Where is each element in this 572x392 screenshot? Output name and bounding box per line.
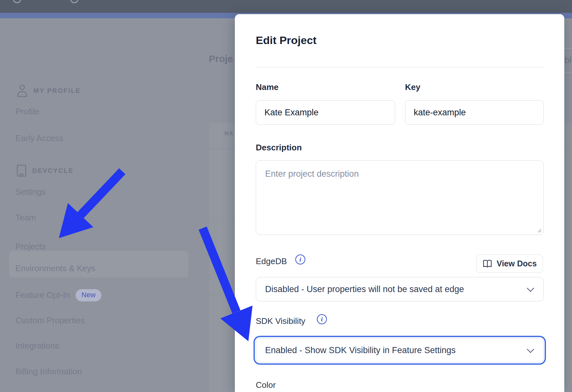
name-input[interactable] bbox=[256, 100, 395, 125]
modal-title: Edit Project bbox=[256, 34, 317, 47]
view-docs-label: View Docs bbox=[497, 259, 537, 268]
key-label: Key bbox=[405, 82, 420, 92]
sdk-visibility-selected-value: Enabled - Show SDK Visibility in Feature… bbox=[265, 345, 456, 355]
sdk-visibility-info-icon[interactable]: i bbox=[317, 314, 327, 324]
sidebar-section-devcycle: DEVCYCLE bbox=[17, 165, 74, 177]
resize-handle-icon[interactable] bbox=[536, 227, 542, 233]
edit-project-modal: Edit Project Name Key Description EdgeDB… bbox=[235, 14, 564, 392]
building-icon bbox=[17, 165, 26, 177]
page-edge-line bbox=[564, 73, 572, 73]
name-label: Name bbox=[256, 82, 279, 92]
new-badge: New bbox=[76, 289, 101, 301]
table-column-header-fragment: NA bbox=[225, 130, 234, 137]
sidebar-item-profile[interactable]: Profile bbox=[15, 107, 39, 117]
sidebar-item-settings[interactable]: Settings bbox=[15, 187, 46, 197]
person-icon bbox=[17, 84, 28, 97]
circle-logo-icon bbox=[13, 0, 21, 3]
edgedb-select[interactable]: Disabled - User properties will not be s… bbox=[256, 277, 544, 301]
color-label: Color bbox=[256, 380, 276, 390]
page-edge-line bbox=[564, 48, 572, 49]
sidebar-item-label: Feature Opt-In bbox=[15, 290, 70, 300]
modal-divider bbox=[256, 67, 544, 68]
view-docs-button[interactable]: View Docs bbox=[476, 254, 543, 273]
sidebar-section-my-profile: MY PROFILE bbox=[17, 84, 81, 97]
edgedb-info-icon[interactable]: i bbox=[295, 254, 305, 264]
edgedb-label: EdgeDB bbox=[256, 256, 287, 266]
sidebar-item-projects[interactable]: Projects bbox=[15, 242, 46, 252]
sidebar-item-feature-opt-in[interactable]: Feature Opt-InNew bbox=[15, 289, 101, 301]
circle-avatar-icon bbox=[70, 0, 78, 3]
info-icon-glyph: i bbox=[321, 316, 323, 323]
sdk-visibility-label: SDK Visibility bbox=[256, 316, 305, 326]
top-navigation-bar bbox=[0, 0, 572, 13]
sidebar-item-billing-information[interactable]: Billing Information bbox=[15, 367, 82, 377]
chevron-down-icon bbox=[528, 285, 534, 291]
sdk-visibility-select[interactable]: Enabled - Show SDK Visibility in Feature… bbox=[256, 338, 544, 362]
description-textarea[interactable] bbox=[256, 160, 544, 235]
page-title-projects-fragment: Proje bbox=[209, 53, 233, 64]
info-icon-glyph: i bbox=[300, 256, 301, 263]
sidebar-item-integrations[interactable]: Integrations bbox=[15, 341, 59, 351]
sidebar-item-environments-keys[interactable]: Environments & Keys bbox=[15, 263, 96, 273]
book-icon bbox=[483, 260, 492, 268]
sidebar-item-custom-properties[interactable]: Custom Properties bbox=[15, 316, 85, 325]
page-right-text-fragment: ble bbox=[565, 55, 572, 65]
description-label: Description bbox=[256, 143, 302, 153]
sidebar-section-label: DEVCYCLE bbox=[32, 167, 74, 174]
sidebar-item-team[interactable]: Team bbox=[15, 213, 36, 223]
edgedb-selected-value: Disabled - User properties will not be s… bbox=[265, 284, 464, 294]
chevron-down-icon bbox=[528, 346, 534, 352]
sidebar-section-label: MY PROFILE bbox=[33, 87, 81, 94]
settings-sidebar: MY PROFILE Profile Early Access DEVCYCLE… bbox=[0, 18, 207, 392]
sidebar-item-early-access[interactable]: Early Access bbox=[15, 133, 63, 143]
key-input[interactable] bbox=[405, 100, 544, 125]
